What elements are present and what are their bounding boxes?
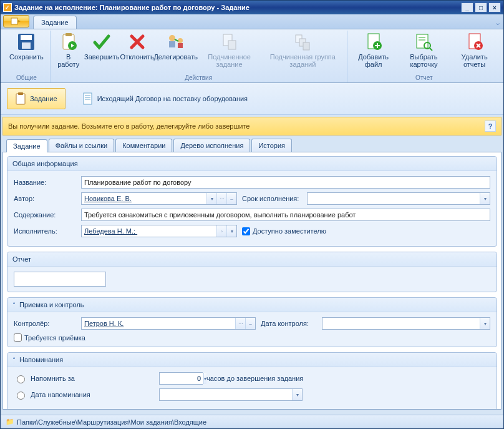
panel-control-header[interactable]: ˄ Приемка и контроль <box>7 298 497 312</box>
remind-before-label: Напомнить за <box>31 375 155 382</box>
report-input[interactable] <box>14 272 106 287</box>
doc-chip-task-label: Задание <box>30 95 57 102</box>
x-icon <box>127 32 147 52</box>
remind-before-radio[interactable] <box>17 375 25 383</box>
document-icon <box>82 92 94 105</box>
to-work-label: В работу <box>57 53 80 68</box>
reject-button[interactable]: Отклонить <box>120 31 154 62</box>
needs-acceptance-input[interactable] <box>14 333 22 342</box>
content-input[interactable] <box>81 209 490 221</box>
executor-dropdown-icon[interactable]: ▾ <box>226 225 236 237</box>
add-file-button[interactable]: Добавить файл <box>350 31 397 69</box>
control-date-input[interactable] <box>322 318 480 329</box>
ribbon-collapse-icon[interactable]: ⌵ <box>496 19 500 26</box>
choose-card-label: Выбрать карточку <box>401 53 447 68</box>
needs-acceptance-checkbox[interactable]: Требуется приёмка <box>14 333 490 342</box>
svg-rect-25 <box>16 94 25 104</box>
remind-date-label: Дата напоминания <box>31 391 155 398</box>
main-tabs: Задание Файлы и ссылки Комментарии Дерев… <box>2 137 502 152</box>
doc-chip-task[interactable]: Задание <box>7 88 65 109</box>
doc-chip-contract[interactable]: Исходящий Договор на поставку оборудован… <box>74 88 256 109</box>
subgroup-label: Подчиненная группа заданий <box>265 53 340 68</box>
notice-text: Вы получили задание. Возьмите его в рабо… <box>8 122 250 130</box>
hours-spin[interactable]: ▾ <box>159 372 203 385</box>
executor-input[interactable] <box>82 225 216 237</box>
svg-rect-3 <box>22 42 31 49</box>
panel-reminder: ˄ Напоминания Напомнить за ▾ часов до за… <box>7 352 497 410</box>
delete-reports-button[interactable]: Удалить отчеты <box>450 31 498 69</box>
clipboard-play-icon <box>59 32 79 52</box>
name-input[interactable] <box>81 176 490 189</box>
minimize-button[interactable]: _ <box>461 2 473 12</box>
doc-band: Задание Исходящий Договор на поставку об… <box>1 83 503 115</box>
controller-ellipsis-icon[interactable]: ⋯ <box>235 318 245 329</box>
author-clear-icon[interactable]: – <box>226 193 236 204</box>
author-ellipsis-icon[interactable]: ⋯ <box>216 193 226 204</box>
hours-input[interactable] <box>160 373 203 384</box>
card-search-icon <box>414 32 434 52</box>
svg-rect-27 <box>84 93 92 104</box>
remind-date-dropdown-icon[interactable]: ▾ <box>292 389 302 400</box>
control-date-label: Дата контроля: <box>261 320 317 327</box>
remind-date-combo[interactable]: ▾ <box>159 388 303 401</box>
ribbon-group-common-label: Общие <box>6 73 47 82</box>
help-icon[interactable]: ? <box>485 121 496 132</box>
remind-date-input[interactable] <box>160 389 292 400</box>
svg-rect-18 <box>417 34 428 48</box>
ribbon-group-actions: В работу Завершить Отклонить Делегироват… <box>51 31 347 82</box>
tab-exec-tree[interactable]: Дерево исполнения <box>173 139 250 152</box>
subgroup-icon <box>293 32 313 52</box>
control-date-combo[interactable]: ▾ <box>322 317 490 330</box>
controller-label: Контролёр: <box>14 320 76 327</box>
window-title: Задание на исполнение: Планирование рабо… <box>14 4 460 11</box>
panel-control-title: Приемка и контроль <box>19 301 84 308</box>
needs-acceptance-label: Требуется приёмка <box>24 334 85 342</box>
delegate-button[interactable]: Делегировать <box>154 31 197 62</box>
controller-combo[interactable]: ⋯ – <box>81 317 256 330</box>
svg-rect-8 <box>169 41 175 47</box>
to-work-button[interactable]: В работу <box>53 31 84 69</box>
controller-input[interactable] <box>82 318 235 329</box>
controller-clear-icon[interactable]: – <box>245 318 255 329</box>
deadline-label: Срок исполнения: <box>242 195 302 202</box>
deputy-checkbox-input[interactable] <box>242 227 250 235</box>
deadline-dropdown-icon[interactable]: ▾ <box>480 193 490 204</box>
choose-card-button[interactable]: Выбрать карточку <box>397 31 451 69</box>
save-button[interactable]: Сохранить <box>6 31 47 62</box>
svg-rect-5 <box>65 33 72 36</box>
deadline-input[interactable] <box>308 193 480 204</box>
author-input[interactable] <box>82 193 206 204</box>
complete-button[interactable]: Завершить <box>84 31 120 62</box>
tab-files[interactable]: Файлы и ссылки <box>49 139 115 152</box>
control-date-dropdown-icon[interactable]: ▾ <box>480 318 490 329</box>
reject-label: Отклонить <box>120 53 154 61</box>
ribbon-tab-task[interactable]: Задание <box>33 16 77 29</box>
close-button[interactable]: × <box>488 2 501 12</box>
tab-history[interactable]: История <box>251 139 292 152</box>
folder-icon: 📁 <box>6 418 14 426</box>
svg-rect-15 <box>303 42 309 50</box>
svg-rect-26 <box>18 92 23 95</box>
delete-reports-label: Удалить отчеты <box>454 53 495 68</box>
statusbar: 📁 Папки\Служебные\Маршрутизация\Мои зада… <box>1 415 503 428</box>
content-area: Общая информация Название: Автор: ▾ ⋯ – … <box>2 152 502 410</box>
maximize-button[interactable]: □ <box>475 2 487 12</box>
tab-task[interactable]: Задание <box>6 139 47 152</box>
author-dropdown-icon[interactable]: ▾ <box>206 193 216 204</box>
executor-spin-icon[interactable]: ◦ <box>216 225 226 237</box>
ribbon-group-common: Сохранить Общие <box>3 31 51 82</box>
remind-date-radio[interactable] <box>17 392 25 400</box>
executor-label: Исполнитель: <box>14 227 76 235</box>
subtask-button: Подчиненное задание <box>197 31 261 69</box>
deadline-combo[interactable]: ▾ <box>307 192 490 205</box>
panel-reminder-header[interactable]: ˄ Напоминания <box>7 353 497 367</box>
tab-comments[interactable]: Комментарии <box>115 139 172 152</box>
deputy-checkbox[interactable]: Доступно заместителю <box>242 227 326 235</box>
executor-combo[interactable]: ◦ ▾ <box>81 225 237 237</box>
save-icon <box>16 32 36 52</box>
ribbon-group-actions-label: Действия <box>53 73 344 82</box>
app-menu-button[interactable] <box>3 15 29 27</box>
save-label: Сохранить <box>9 53 44 61</box>
statusbar-path: Папки\Служебные\Маршрутизация\Мои задани… <box>17 418 206 426</box>
author-combo[interactable]: ▾ ⋯ – <box>81 192 237 205</box>
